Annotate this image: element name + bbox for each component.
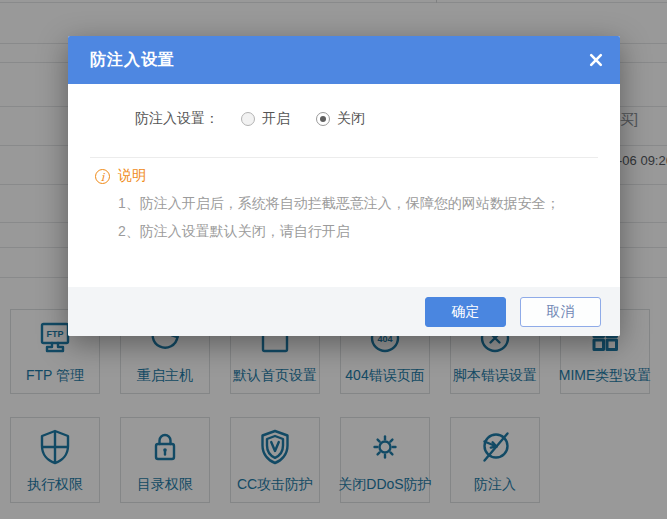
dialog-footer: 确定 取消 xyxy=(68,287,620,336)
close-icon[interactable] xyxy=(588,52,604,68)
note-title: 说明 xyxy=(118,167,146,185)
info-icon: i xyxy=(95,169,110,184)
radio-selected-icon xyxy=(316,112,330,126)
radio-label-on: 开启 xyxy=(262,110,290,128)
anti-injection-settings-dialog: 防注入设置 防注入设置： 开启 关闭 i 说明 1、防注入开启后，系统将自动拦截… xyxy=(68,36,620,336)
section-divider xyxy=(90,157,598,158)
radio-option-off[interactable]: 关闭 xyxy=(316,110,365,128)
confirm-button[interactable]: 确定 xyxy=(425,297,506,327)
radio-option-on[interactable]: 开启 xyxy=(241,110,290,128)
cancel-button[interactable]: 取消 xyxy=(520,297,601,327)
radio-unselected-icon xyxy=(241,112,255,126)
setting-label: 防注入设置： xyxy=(135,110,219,128)
dialog-header: 防注入设置 xyxy=(68,36,620,84)
note-item-1: 1、防注入开启后，系统将自动拦截恶意注入，保障您的网站数据安全； xyxy=(118,195,560,213)
note-item-2: 2、防注入设置默认关闭，请自行开启 xyxy=(118,223,350,241)
radio-label-off: 关闭 xyxy=(337,110,365,128)
note-header: i 说明 xyxy=(95,167,146,185)
anti-injection-setting-row: 防注入设置： 开启 关闭 xyxy=(135,110,391,128)
dialog-title: 防注入设置 xyxy=(90,50,175,71)
